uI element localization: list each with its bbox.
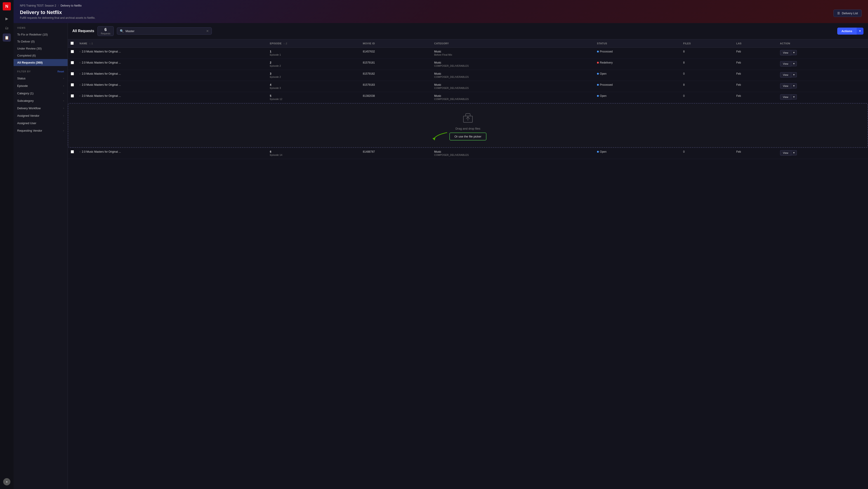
row-name-cell: › 2.0 Music Masters for Original ... (77, 92, 267, 103)
row-expand-button[interactable]: › (80, 150, 81, 153)
col-movie-id[interactable]: Movie ID (360, 39, 432, 48)
row-checkbox[interactable] (71, 50, 74, 53)
row-checkbox[interactable] (71, 83, 74, 86)
row-action-cell: View ▼ (777, 59, 868, 70)
select-all-checkbox[interactable] (70, 41, 74, 45)
view-button[interactable]: View (780, 94, 792, 100)
netflix-logo[interactable]: N (3, 2, 11, 10)
view-button[interactable]: View (780, 83, 792, 89)
category-sub: COMPOSER_DELIVERABLES (434, 153, 469, 156)
row-files-cell: 8 (680, 59, 734, 70)
row-movie-id-cell: 81579181 (360, 59, 432, 70)
table-row[interactable]: › 2.0 Music Masters for Original ... 6 E… (68, 148, 868, 159)
table-row[interactable]: › 2.0 Music Masters for Original ... 3 E… (68, 70, 868, 81)
col-episode[interactable]: Episode ↕↓2 (267, 39, 360, 48)
table-row[interactable]: › 2.0 Music Masters for Original ... 5 E… (68, 92, 868, 103)
row-expand-button[interactable]: › (80, 72, 81, 75)
status-text: Processed (600, 50, 613, 53)
view-button[interactable]: View (780, 50, 792, 55)
row-files-cell: 8 (680, 48, 734, 59)
search-input[interactable] (125, 29, 204, 33)
sidebar-item-completed[interactable]: Completed (6) (13, 52, 68, 59)
sidebar-item-to-fix[interactable]: To Fix or Redeliver (10) (13, 31, 68, 38)
nav-avatar[interactable]: ● (3, 478, 10, 485)
row-category-cell: Music COMPOSER_DELIVERABLES (432, 148, 594, 159)
table-row[interactable]: › 2.0 Music Masters for Original ... 2 E… (68, 59, 868, 70)
row-expand-button[interactable]: › (80, 61, 81, 64)
filter-category[interactable]: Category (1) › (13, 90, 68, 97)
content-area: VIEWS To Fix or Redeliver (10) To Delive… (13, 23, 868, 489)
row-action-cell: View ▼ (777, 81, 868, 92)
status-text: Open (600, 94, 607, 97)
col-last[interactable]: Las (734, 39, 777, 48)
row-expand-button[interactable]: › (80, 50, 81, 53)
col-status[interactable]: Status (594, 39, 681, 48)
row-expand-button[interactable]: › (80, 83, 81, 86)
row-action-cell: View ▼ (777, 70, 868, 81)
view-dropdown-button[interactable]: ▼ (791, 150, 797, 155)
col-name[interactable]: Name ↕↓1 (77, 39, 267, 48)
sidebar-item-to-deliver[interactable]: To Deliver (0) (13, 38, 68, 45)
actions-dropdown-button[interactable]: ▼ (856, 28, 864, 35)
row-episode-cell: 3 Episode 2 (267, 70, 360, 81)
row-action-cell: View ▼ (777, 92, 868, 103)
col-files[interactable]: Files (680, 39, 734, 48)
nav-delivery-icon[interactable]: 📋 (3, 33, 11, 41)
row-expand-button[interactable]: › (79, 95, 82, 96)
search-clear-button[interactable]: ✕ (206, 29, 209, 33)
view-button[interactable]: View (780, 61, 792, 66)
row-movie-id-cell: 81382038 (360, 92, 432, 103)
filter-delivery-workflow[interactable]: Delivery Workflow › (13, 105, 68, 112)
view-dropdown-button[interactable]: ▼ (791, 83, 797, 88)
row-checkbox[interactable] (71, 150, 74, 153)
filter-header: FILTER BY Reset (13, 70, 68, 73)
col-action[interactable]: Action (777, 39, 868, 48)
breadcrumb-parent[interactable]: NPS Training TEST: Season 2 (20, 4, 56, 7)
sidebar-item-under-review[interactable]: Under Review (30) (13, 45, 68, 52)
view-dropdown-button[interactable]: ▼ (791, 94, 797, 99)
filter-subcategory[interactable]: Subcategory › (13, 97, 68, 105)
actions-button[interactable]: Actions (837, 28, 856, 35)
delivery-list-button[interactable]: ☰ Delivery List (833, 9, 862, 17)
table-row[interactable]: › 2.0 Music Masters for Original ... 1 E… (68, 48, 868, 59)
view-button[interactable]: View (780, 150, 792, 155)
row-status-cell: Processed (594, 48, 681, 59)
view-dropdown-button[interactable]: ▼ (791, 61, 797, 66)
row-last-cell: Feb (734, 92, 777, 103)
filter-status[interactable]: Status › (13, 75, 68, 82)
row-name-text: 2.0 Music Masters for Original ... (82, 83, 121, 86)
view-dropdown-button[interactable]: ▼ (791, 50, 797, 55)
sidebar-item-all-requests[interactable]: All Requests (360) (13, 59, 68, 66)
episode-label: Episode 1 (270, 53, 281, 56)
status-dot (597, 95, 599, 97)
row-checkbox[interactable] (71, 94, 74, 97)
table-row[interactable]: › 2.0 Music Masters for Original ... 4 E… (68, 81, 868, 92)
drop-zone[interactable]: Drag and drop files Or use the file pick… (68, 103, 868, 148)
filter-requesting-vendor[interactable]: Requesting Vendor › (13, 127, 68, 134)
filter-reset-button[interactable]: Reset (57, 70, 64, 73)
sidebar-item-label: To Fix or Redeliver (10) (17, 33, 48, 36)
row-category-cell: Music COMPOSER_DELIVERABLES (432, 92, 594, 103)
row-episode-cell: 5 Episode 12 (267, 92, 360, 103)
nav-folder-icon[interactable]: 🗂 (3, 24, 11, 32)
category-main: Music (434, 61, 441, 64)
view-dropdown-button[interactable]: ▼ (791, 72, 797, 77)
col-category[interactable]: Category (432, 39, 594, 48)
category-main: Music (434, 150, 441, 153)
category-main: Music (434, 50, 441, 53)
row-last-cell: Feb (734, 70, 777, 81)
row-checkbox[interactable] (71, 72, 74, 75)
row-name-text: 2.0 Music Masters for Original ... (82, 150, 121, 153)
nav-video-icon[interactable]: ▶ (3, 15, 11, 23)
breadcrumb-separator: / (58, 4, 59, 7)
filter-assigned-vendor[interactable]: Assigned Vendor › (13, 112, 68, 119)
view-button[interactable]: View (780, 72, 792, 78)
category-sub: COMPOSER_DELIVERABLES (434, 76, 469, 78)
filter-episode[interactable]: Episode › (13, 82, 68, 90)
file-picker-button[interactable]: Or use the file picker (450, 133, 486, 140)
header-info: Delivery to Netflix Fulfill requests for… (20, 9, 95, 20)
row-checkbox[interactable] (71, 61, 74, 64)
filter-assigned-user[interactable]: Assigned User › (13, 119, 68, 127)
status-dot (597, 62, 599, 63)
category-sub: COMPOSER_DELIVERABLES (434, 98, 469, 100)
